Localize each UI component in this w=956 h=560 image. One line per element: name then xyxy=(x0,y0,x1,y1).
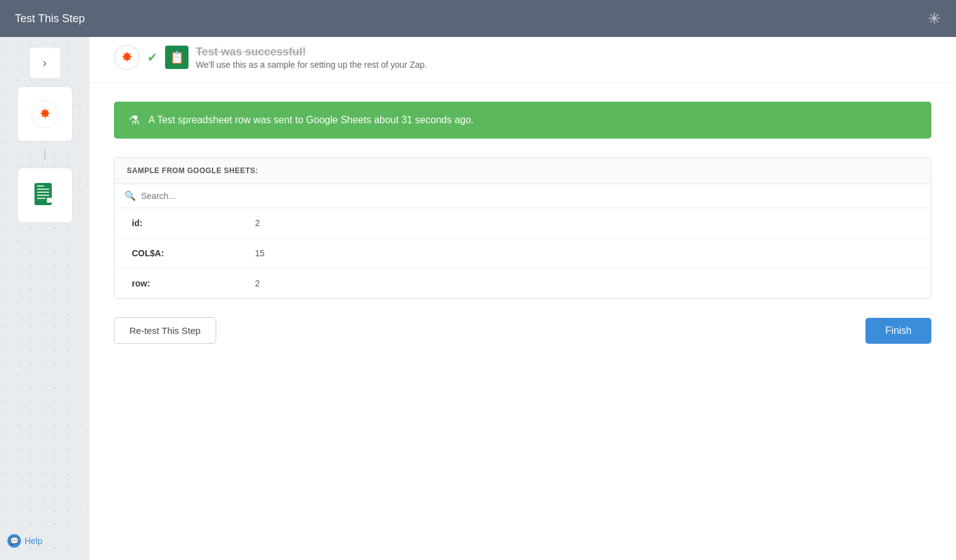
spinner-icon: ✳ xyxy=(928,9,941,28)
success-banner: ⚗ A Test spreadsheet row was sent to Goo… xyxy=(114,102,931,139)
search-icon: 🔍 xyxy=(124,190,136,201)
nav-arrow-button[interactable]: › xyxy=(29,47,61,79)
svg-rect-4 xyxy=(37,189,49,190)
sheets-icon: ↑ xyxy=(31,181,59,209)
connector-line-1 xyxy=(44,149,46,160)
success-subtitle: We'll use this as a sample for setting u… xyxy=(196,60,427,70)
data-value-id: 2 xyxy=(255,218,260,228)
data-value-cola: 15 xyxy=(255,248,265,258)
help-label: Help xyxy=(25,536,43,546)
help-button[interactable]: 💬 Help xyxy=(7,534,43,548)
finish-button[interactable]: Finish xyxy=(865,318,931,344)
svg-rect-6 xyxy=(37,195,49,196)
table-row: row: 2 xyxy=(115,269,931,298)
svg-rect-7 xyxy=(37,198,46,199)
success-title: Test was successful! xyxy=(196,46,427,59)
main-content: ⚗ A Test spreadsheet row was sent to Goo… xyxy=(89,83,956,560)
success-text-area: Test was successful! We'll use this as a… xyxy=(196,46,427,70)
banner-text: A Test spreadsheet row was sent to Googl… xyxy=(148,115,474,126)
data-value-row: 2 xyxy=(255,278,260,288)
table-row: id: 2 xyxy=(115,208,931,238)
zapier-star-icon: ✸ xyxy=(121,49,132,65)
header: Test This Step ✳ xyxy=(0,0,956,37)
retest-button[interactable]: Re-test This Step xyxy=(114,317,216,344)
zapier-trigger-icon: ✸ xyxy=(114,44,140,70)
bottom-actions: Re-test This Step Finish xyxy=(114,317,931,350)
checkmark-icon: ✔ xyxy=(147,50,158,65)
svg-text:↑: ↑ xyxy=(48,198,51,203)
sample-header: SAMPLE FROM GOOGLE SHEETS: xyxy=(115,158,931,184)
data-key-row: row: xyxy=(132,278,255,288)
sheets-file-icon: 📋 xyxy=(169,50,185,65)
content-area: ✸ ✔ 📋 Test was successful! We'll use thi… xyxy=(89,37,956,560)
data-key-cola: COL$A: xyxy=(132,248,255,258)
success-top-bar: ✸ ✔ 📋 Test was successful! We'll use thi… xyxy=(89,37,956,83)
page-title: Test This Step xyxy=(15,12,85,25)
chat-icon: 💬 xyxy=(10,537,19,545)
help-bubble-icon: 💬 xyxy=(7,534,21,548)
chevron-right-icon: › xyxy=(43,57,47,70)
zapier-step-card[interactable]: ✸ xyxy=(17,86,73,142)
search-input[interactable] xyxy=(141,191,921,201)
svg-rect-5 xyxy=(37,192,49,193)
sheets-small-icon: 📋 xyxy=(165,46,188,69)
flask-icon: ⚗ xyxy=(129,113,140,128)
table-row: COL$A: 15 xyxy=(115,238,931,269)
sidebar: › ✸ ↑ xyxy=(0,37,89,560)
zapier-icon: ✸ xyxy=(31,100,59,128)
search-row: 🔍 xyxy=(115,184,931,208)
data-key-id: id: xyxy=(132,218,255,228)
svg-rect-3 xyxy=(37,185,44,187)
svg-text:✸: ✸ xyxy=(39,106,51,121)
sheets-step-card[interactable]: ↑ xyxy=(17,168,73,223)
sample-box: SAMPLE FROM GOOGLE SHEETS: 🔍 id: 2 COL$A… xyxy=(114,157,931,299)
main-layout: › ✸ ↑ xyxy=(0,37,956,560)
